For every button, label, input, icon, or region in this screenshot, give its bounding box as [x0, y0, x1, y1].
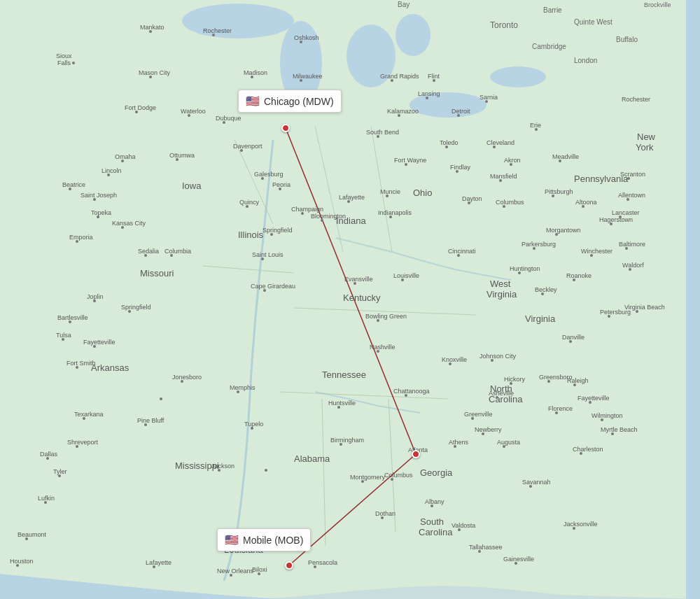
svg-text:Tallahassee: Tallahassee: [469, 544, 503, 551]
svg-text:Muncie: Muncie: [380, 188, 400, 195]
svg-text:Columbus: Columbus: [384, 472, 413, 479]
svg-text:Meadville: Meadville: [552, 153, 579, 160]
svg-text:Bartlesville: Bartlesville: [57, 314, 88, 321]
svg-text:Dubuque: Dubuque: [216, 115, 241, 122]
svg-text:Shreveport: Shreveport: [67, 439, 99, 446]
svg-text:Dayton: Dayton: [462, 195, 482, 202]
svg-text:Ohio: Ohio: [413, 188, 432, 198]
svg-text:Mason City: Mason City: [139, 69, 171, 76]
svg-point-44: [72, 62, 75, 64]
svg-text:Houston: Houston: [10, 558, 34, 565]
svg-text:Virginia: Virginia: [525, 313, 556, 324]
svg-text:Jonesboro: Jonesboro: [172, 374, 202, 381]
svg-text:Detroit: Detroit: [451, 108, 470, 115]
svg-text:Sedalia: Sedalia: [138, 248, 159, 255]
svg-text:Saint Louis: Saint Louis: [252, 251, 284, 258]
mobile-airport-label: 🇺🇸 Mobile (MOB): [217, 528, 311, 551]
svg-text:Tulsa: Tulsa: [56, 332, 71, 339]
chicago-airport-label: 🇺🇸 Chicago (MDW): [238, 90, 342, 113]
svg-text:West: West: [490, 279, 511, 289]
svg-text:Dallas: Dallas: [40, 451, 58, 458]
svg-text:Allentown: Allentown: [618, 192, 645, 199]
svg-text:Florence: Florence: [548, 405, 573, 412]
svg-text:Beaumont: Beaumont: [18, 531, 47, 538]
atlanta-waypoint-dot: [412, 450, 420, 458]
svg-text:Milwaukee: Milwaukee: [293, 73, 323, 80]
svg-point-7: [396, 14, 430, 56]
svg-text:Nashville: Nashville: [370, 344, 396, 351]
svg-text:Knoxville: Knoxville: [442, 356, 467, 363]
svg-text:Missouri: Missouri: [140, 268, 174, 279]
svg-text:Oshkosh: Oshkosh: [294, 34, 319, 41]
svg-text:Fayetteville: Fayetteville: [83, 339, 115, 346]
svg-text:Kansas City: Kansas City: [112, 220, 146, 227]
svg-text:Bowling Green: Bowling Green: [365, 313, 407, 320]
svg-text:Valdosta: Valdosta: [451, 522, 475, 529]
svg-text:Winchester: Winchester: [581, 248, 612, 255]
svg-point-233: [160, 397, 162, 400]
svg-text:Jackson: Jackson: [211, 463, 234, 470]
svg-text:Dothan: Dothan: [375, 510, 396, 517]
map-container: Iowa Illinois Indiana Ohio Missouri Kent…: [0, 0, 700, 599]
svg-text:Quinte West: Quinte West: [574, 18, 612, 26]
svg-text:Sarnia: Sarnia: [479, 94, 498, 101]
svg-text:Greenville: Greenville: [464, 411, 493, 418]
svg-text:Augusta: Augusta: [497, 439, 520, 446]
svg-text:Scranton: Scranton: [620, 171, 645, 178]
svg-text:Flint: Flint: [428, 73, 440, 80]
svg-text:Beatrice: Beatrice: [62, 181, 85, 188]
svg-text:Hagerstown: Hagerstown: [599, 216, 633, 223]
svg-text:Champaign: Champaign: [291, 206, 323, 213]
svg-text:Memphis: Memphis: [230, 384, 255, 391]
svg-text:Kalamazoo: Kalamazoo: [387, 108, 419, 115]
svg-text:Biloxi: Biloxi: [252, 566, 267, 573]
svg-text:Topeka: Topeka: [91, 209, 111, 216]
svg-text:Iowa: Iowa: [182, 181, 202, 191]
svg-text:Lancaster: Lancaster: [612, 209, 640, 216]
svg-text:Texarkana: Texarkana: [74, 411, 104, 418]
svg-text:Tyler: Tyler: [53, 468, 67, 475]
svg-text:Mansfield: Mansfield: [490, 173, 517, 180]
svg-text:Raleigh: Raleigh: [567, 377, 589, 384]
svg-text:Barrie: Barrie: [543, 6, 562, 14]
svg-text:Erie: Erie: [530, 122, 541, 129]
svg-text:Joplin: Joplin: [87, 293, 104, 300]
svg-text:Indianapolis: Indianapolis: [378, 209, 412, 216]
svg-text:Tupelo: Tupelo: [244, 421, 263, 428]
svg-text:Peoria: Peoria: [272, 181, 290, 188]
svg-text:Huntsville: Huntsville: [328, 400, 356, 407]
svg-text:Baltimore: Baltimore: [619, 241, 645, 248]
svg-text:Arkansas: Arkansas: [91, 362, 130, 373]
svg-text:Birmingham: Birmingham: [330, 437, 364, 444]
svg-text:Cambridge: Cambridge: [532, 43, 566, 50]
svg-text:Pensacola: Pensacola: [308, 559, 337, 566]
svg-text:Toronto: Toronto: [490, 20, 518, 30]
svg-text:Bloomington: Bloomington: [311, 213, 346, 220]
svg-text:Rochester: Rochester: [203, 27, 232, 34]
svg-text:Johnson City: Johnson City: [479, 353, 517, 360]
svg-text:Albany: Albany: [425, 498, 444, 505]
svg-point-3: [182, 3, 294, 38]
svg-text:Buffalo: Buffalo: [616, 36, 638, 43]
svg-text:Madison: Madison: [244, 69, 267, 76]
svg-text:Altoona: Altoona: [575, 199, 597, 206]
svg-text:Quincy: Quincy: [239, 199, 260, 206]
chicago-airport-name: Chicago (MDW): [264, 96, 334, 107]
svg-text:Savannah: Savannah: [522, 479, 551, 486]
svg-text:Evansville: Evansville: [344, 276, 373, 283]
svg-text:Athens: Athens: [449, 439, 469, 446]
svg-text:Pittsburgh: Pittsburgh: [545, 188, 573, 195]
svg-text:Findlay: Findlay: [450, 164, 471, 171]
svg-text:Galesburg: Galesburg: [254, 171, 284, 178]
svg-point-6: [490, 66, 546, 87]
svg-text:Newberry: Newberry: [475, 426, 502, 433]
svg-text:Saint Joseph: Saint Joseph: [80, 192, 117, 199]
svg-text:South: South: [420, 516, 444, 527]
svg-text:Lafayette: Lafayette: [339, 194, 365, 201]
svg-text:Springfield: Springfield: [262, 227, 293, 234]
svg-text:Lincoln: Lincoln: [102, 167, 122, 174]
svg-text:Lansing: Lansing: [418, 90, 440, 97]
svg-text:Louisville: Louisville: [393, 272, 419, 279]
svg-text:Waterloo: Waterloo: [181, 108, 206, 115]
svg-text:Springfield: Springfield: [121, 304, 151, 311]
